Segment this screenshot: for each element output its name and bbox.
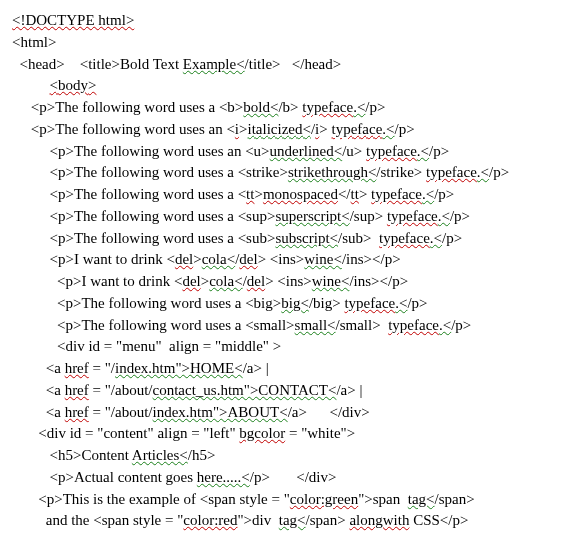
code-line: <html>	[12, 32, 551, 54]
spellcheck-marked-text: .<	[382, 121, 394, 137]
code-text: /p>	[489, 164, 509, 180]
spellcheck-marked-text: typeface	[426, 164, 477, 180]
spellcheck-marked-text: <!DOCTYPE html>	[12, 12, 134, 28]
spellcheck-marked-text: typeface	[332, 121, 383, 137]
spellcheck-marked-text: .<	[417, 143, 429, 159]
spellcheck-marked-text: typeface	[344, 295, 395, 311]
code-text: <div id = "menu" align = "middle" >	[57, 338, 281, 354]
code-text: <head> <title>Bold Text	[20, 56, 183, 72]
code-text: /p>	[442, 230, 462, 246]
code-text: = "white">	[285, 425, 355, 441]
code-text: /p>	[365, 99, 385, 115]
code-text: /span>	[435, 491, 475, 507]
code-text: <a	[46, 404, 65, 420]
code-text: /p>	[407, 295, 427, 311]
code-text: <p>I want to drink <	[50, 251, 175, 267]
code-text: > <ins>	[265, 273, 312, 289]
code-text: >	[201, 273, 209, 289]
code-text: /p>	[451, 317, 471, 333]
code-text: <h5>Content	[50, 447, 132, 463]
spellcheck-marked-text: italicized<	[248, 121, 311, 137]
code-text: /p>	[434, 186, 454, 202]
code-line: <p>Actual content goes here.....</p> </d…	[12, 467, 551, 489]
code-text: <a	[46, 360, 65, 376]
code-text: ">span	[358, 491, 408, 507]
spellcheck-marked-text: cola<	[209, 273, 242, 289]
code-text: /a> |	[336, 382, 362, 398]
code-text: /title> </head>	[245, 56, 342, 72]
spellcheck-marked-text: body	[58, 77, 88, 93]
code-text: /strike>	[376, 164, 426, 180]
code-listing: <!DOCTYPE html><html> <head> <title>Bold…	[12, 10, 551, 534]
code-line: <p>The following word uses an <i>italici…	[12, 119, 551, 141]
code-text: >	[239, 121, 247, 137]
code-text: >	[359, 186, 371, 202]
spellcheck-marked-text: del	[175, 251, 193, 267]
code-text: <p>This is the example of <span style = …	[38, 491, 290, 507]
spellcheck-marked-text: Articles<	[132, 447, 188, 463]
code-line: <div id = "content" align = "left" bgcol…	[12, 423, 551, 445]
spellcheck-marked-text: del	[247, 273, 265, 289]
code-text: /b>	[278, 99, 302, 115]
code-text: /a> |	[243, 360, 269, 376]
code-text: <p>The following word uses a <sup>	[50, 208, 276, 224]
code-line: <p>The following word uses a <strike>str…	[12, 162, 551, 184]
code-line: <p>The following word uses a <b>bold</b>…	[12, 97, 551, 119]
code-text: and the <span style = "	[46, 512, 184, 528]
code-text: <a	[46, 382, 65, 398]
spellcheck-marked-text: index.htm">HOME<	[115, 360, 243, 376]
code-line: <p>The following word uses a <small>smal…	[12, 315, 551, 337]
code-text: = "/about/	[89, 404, 153, 420]
spellcheck-marked-text: wine<	[312, 273, 350, 289]
spellcheck-marked-text: Example<	[183, 56, 245, 72]
spellcheck-marked-text: typeface	[366, 143, 417, 159]
code-text: <p>The following word uses a <small>	[57, 317, 295, 333]
code-text: ">div	[238, 512, 279, 528]
code-text: /u>	[342, 143, 366, 159]
code-line: <head> <title>Bold Text Example</title> …	[12, 54, 551, 76]
code-text: <p>The following word uses an <u>	[50, 143, 270, 159]
code-text: /p>	[395, 121, 415, 137]
code-text: <p>The following word uses an <	[31, 121, 235, 137]
code-text: <p>The following word uses a <big>	[57, 295, 281, 311]
spellcheck-marked-text: monospaced	[263, 186, 338, 202]
code-line: <body>	[12, 75, 551, 97]
code-line: <p>The following word uses a <sub>subscr…	[12, 228, 551, 250]
code-line: <p>This is the example of <span style = …	[12, 489, 551, 511]
spellcheck-marked-text: >	[88, 77, 96, 93]
code-text: </	[338, 186, 351, 202]
spellcheck-marked-text: here.....<	[197, 469, 250, 485]
spellcheck-marked-text: typeface	[388, 317, 439, 333]
code-text: = "/	[89, 360, 115, 376]
code-line: <p>The following word uses a <tt>monospa…	[12, 184, 551, 206]
code-line: <div id = "menu" align = "middle" >	[12, 336, 551, 358]
code-line: <p>The following word uses a <big>big</b…	[12, 293, 551, 315]
code-line: <a href = "/about/contact_us.htm">CONTAC…	[12, 380, 551, 402]
spellcheck-marked-text: typeface	[371, 186, 422, 202]
code-text: /p> </div>	[250, 469, 337, 485]
code-text: <div id = "content" align = "left"	[38, 425, 239, 441]
code-text: /sup>	[350, 208, 387, 224]
code-text: <p>The following word uses a <strike>	[50, 164, 288, 180]
spellcheck-marked-text: typeface	[387, 208, 438, 224]
spellcheck-marked-text: strikethrough<	[288, 164, 376, 180]
spellcheck-marked-text: color:red	[183, 512, 237, 528]
spellcheck-marked-text: tag<	[408, 491, 435, 507]
code-line: <p>The following word uses a <sup>supers…	[12, 206, 551, 228]
code-text: /sub>	[338, 230, 379, 246]
code-line: <p>I want to drink <del>cola</del> <ins>…	[12, 271, 551, 293]
code-text: <p>The following word uses a <	[50, 186, 247, 202]
code-text: CSS</p>	[409, 512, 468, 528]
spellcheck-marked-text: big<	[281, 295, 309, 311]
spellcheck-marked-text: contact_us.htm">CONTACT<	[153, 382, 337, 398]
code-text: >	[193, 251, 201, 267]
code-text: /span>	[306, 512, 350, 528]
spellcheck-marked-text: .<	[395, 295, 407, 311]
spellcheck-marked-text: small<	[295, 317, 336, 333]
code-text: /big>	[309, 295, 345, 311]
spellcheck-marked-text: typeface	[379, 230, 430, 246]
spellcheck-marked-text: underlined<	[270, 143, 343, 159]
spellcheck-marked-text: typeface	[302, 99, 353, 115]
spellcheck-marked-text: del	[239, 251, 257, 267]
code-line: and the <span style = "color:red">div ta…	[12, 510, 551, 532]
